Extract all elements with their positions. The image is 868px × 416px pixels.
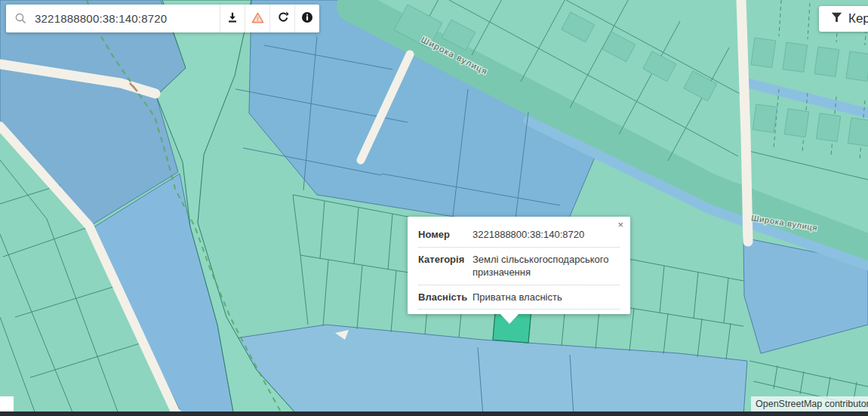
bottom-border — [0, 411, 868, 416]
popup-row-label: Власність — [418, 291, 472, 304]
search-icon — [6, 12, 35, 25]
popup-row-category: Категорія Землі сільськогосподарського п… — [418, 248, 620, 285]
popup-row-number: Номер 3221888800:38:140:8720 — [418, 223, 620, 248]
search-input[interactable] — [35, 12, 220, 25]
popup-close-button[interactable]: × — [616, 218, 625, 231]
download-button[interactable] — [220, 5, 245, 32]
popup-row-label: Категорія — [418, 253, 472, 279]
map-viewport[interactable]: Широка вулиця Широка вулиця — [0, 0, 868, 416]
map-attribution[interactable]: OpenStreetMap contributors | — [751, 396, 868, 411]
info-button[interactable] — [294, 5, 319, 32]
warnings-button[interactable]: ! — [245, 5, 269, 32]
manage-button[interactable]: Керув — [819, 6, 868, 32]
popup-row-value: Землі сільськогосподарського призначення — [472, 253, 620, 279]
warning-triangle-icon: ! — [251, 12, 264, 26]
popup-row-value: 3221888800:38:140:8720 — [472, 228, 620, 242]
cadastral-map[interactable]: Широка вулиця Широка вулиця — [0, 0, 868, 416]
search-bar: ! — [6, 5, 319, 32]
attribution-text: OpenStreetMap contributors | — [756, 399, 868, 409]
manage-button-label: Керув — [848, 11, 868, 26]
popup-row-ownership: Власність Приватна власність — [418, 285, 620, 310]
popup-pointer-arrow — [500, 313, 519, 324]
popup-row-value: Приватна власність — [472, 291, 620, 304]
refresh-icon — [276, 11, 289, 26]
filter-funnel-icon — [831, 11, 842, 26]
parcel-info-popup: × Номер 3221888800:38:140:8720 Категорія… — [408, 217, 630, 314]
download-icon — [226, 12, 239, 26]
unloaded-tile — [0, 396, 14, 411]
popup-row-label: Номер — [418, 228, 472, 242]
refresh-button[interactable] — [269, 5, 294, 32]
info-icon — [301, 11, 313, 26]
svg-text:!: ! — [257, 14, 259, 22]
